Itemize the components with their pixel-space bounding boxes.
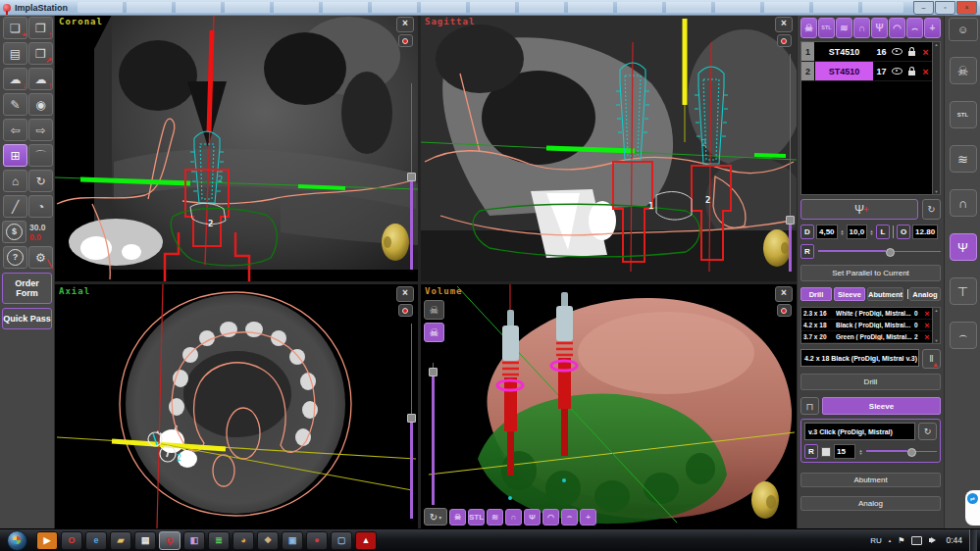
sagittal-capture-button[interactable] — [777, 34, 792, 47]
lock-toggle[interactable] — [904, 62, 919, 80]
delete-implant-button[interactable]: × — [919, 42, 932, 61]
sleeve-offset-value[interactable]: 15 — [834, 444, 855, 459]
sleeve-model-field[interactable]: v.3 Click (ProDigi, Mistral) — [804, 423, 915, 440]
axial-expand-button[interactable]: × — [396, 286, 414, 302]
drill-list-item[interactable]: 3.7 x 20 Green ( ProDigi, Mistral... 2 × — [801, 331, 932, 343]
volume-toolbar-button[interactable]: ∩ — [505, 509, 522, 526]
axial-capture-button[interactable] — [398, 304, 413, 317]
object-toolbar-button[interactable]: Ψ — [871, 18, 888, 38]
sleeve-lock-button[interactable]: ⊓ — [800, 397, 819, 415]
coronal-expand-button[interactable]: × — [396, 17, 414, 32]
set-parallel-button[interactable]: Set Parallel to Current — [800, 265, 941, 281]
volume-opacity-slider[interactable] — [429, 363, 438, 505]
settings-button[interactable]: ⚙╲ — [28, 246, 53, 269]
toolbar-button[interactable]: ↻ — [28, 170, 53, 192]
window-control-button[interactable]: – — [913, 1, 934, 15]
offset-label[interactable]: O — [897, 225, 910, 239]
sleeve-button[interactable]: Sleeve — [822, 397, 941, 415]
volume-icon[interactable] — [929, 537, 939, 543]
implant-row[interactable]: 1 ST4510 16 × — [801, 42, 932, 62]
drill-tool-button[interactable]: Ⅱ▲ — [922, 349, 941, 369]
volume-toolbar-button[interactable]: + — [580, 509, 596, 526]
taskbar-app-button[interactable]: ❖ — [257, 531, 279, 550]
diameter-label[interactable]: D — [800, 225, 814, 239]
teamviewer-panel[interactable]: ⇄ — [965, 490, 980, 526]
coronal-view[interactable]: 2 2 Coronal × — [55, 15, 418, 281]
taskbar-app-button[interactable]: ▲ — [355, 531, 377, 550]
drill-list-scrollbar[interactable]: ▲▼ — [932, 308, 940, 343]
taskbar-app-button[interactable]: ▶ — [36, 531, 58, 550]
mode-strip-button[interactable]: ☠ — [950, 57, 977, 84]
diameter-spinner[interactable]: ▲▼ — [840, 228, 844, 234]
start-button[interactable] — [7, 530, 27, 551]
add-implant-button[interactable]: Ψ+ — [800, 199, 918, 220]
remove-drill-button[interactable]: × — [922, 309, 932, 319]
remove-drill-button[interactable]: × — [922, 332, 932, 342]
coronal-slice-slider[interactable] — [407, 83, 416, 270]
taskbar-app-button[interactable]: ▤ — [134, 531, 156, 550]
toolbar-button[interactable]: ◉ — [28, 93, 53, 116]
volume-toolbar-button[interactable]: Ψ — [524, 509, 541, 526]
rotation-label[interactable]: R — [800, 244, 814, 259]
object-toolbar-button[interactable]: ☠ — [800, 18, 817, 38]
toolbar-button[interactable]: ╱ — [3, 195, 27, 218]
taskbar-app-button[interactable]: ▣ — [282, 531, 303, 550]
volume-view[interactable]: Volume × ☠ ☠ ↻▾ ☠STL≋∩Ψ◠⌢+ — [421, 284, 797, 528]
component-tab[interactable]: Sleeve — [834, 287, 865, 301]
taskbar-app-button[interactable]: ◕ — [232, 531, 254, 550]
abutment-button[interactable]: Abutment — [800, 473, 941, 487]
volume-expand-button[interactable]: × — [775, 286, 793, 302]
quick-pass-button[interactable]: Quick Pass — [2, 308, 52, 329]
volume-toolbar-button[interactable]: ⌢ — [561, 509, 578, 526]
toolbar-button[interactable]: ❐↑ — [28, 17, 53, 39]
volume-skull-render-button[interactable]: ☠ — [424, 323, 444, 342]
component-tab[interactable]: Analog — [909, 287, 941, 301]
implant-row[interactable]: 2 ST4510 17 × — [801, 62, 932, 81]
mode-strip-button[interactable]: ⌢ — [950, 322, 977, 349]
toolbar-button[interactable]: ⌂ — [3, 170, 27, 192]
volume-toolbar-button[interactable]: ☠ — [449, 509, 466, 526]
length-spinner[interactable]: ▲▼ — [870, 228, 874, 234]
help-button[interactable]: ? — [3, 246, 27, 269]
sleeve-checkbox[interactable] — [821, 447, 831, 457]
object-toolbar-button[interactable]: ◠ — [889, 18, 905, 38]
taskbar-app-button[interactable]: ▰ — [110, 531, 131, 550]
offset-value[interactable]: 12.80 — [912, 225, 938, 239]
toolbar-button[interactable]: ❏+ — [3, 17, 27, 39]
coronal-capture-button[interactable] — [398, 34, 413, 47]
visibility-toggle[interactable] — [890, 42, 904, 61]
delete-implant-button[interactable]: × — [919, 62, 932, 80]
window-control-button[interactable]: ▫ — [935, 1, 955, 15]
sleeve-offset-spinner[interactable]: ▲▼ — [858, 448, 862, 454]
price-button[interactable]: $ — [2, 221, 26, 243]
clock[interactable]: 0:44 — [946, 535, 962, 545]
length-value[interactable]: 10,0 — [847, 225, 868, 239]
object-toolbar-button[interactable]: + — [924, 18, 941, 38]
window-control-button[interactable]: × — [956, 1, 977, 15]
length-label[interactable]: L — [876, 225, 890, 239]
sleeve-refresh-button[interactable]: ↻ — [918, 423, 937, 440]
mode-strip-button[interactable]: ∩ — [950, 189, 977, 217]
axial-view[interactable]: 2 Axial × — [55, 284, 418, 528]
taskbar-app-button[interactable]: ≣ — [208, 531, 230, 550]
taskbar-app-button[interactable]: ▢ — [331, 531, 352, 550]
lock-toggle[interactable] — [904, 42, 919, 61]
taskbar-app-button[interactable]: Ϙ — [159, 531, 181, 550]
volume-capture-button[interactable] — [777, 304, 792, 317]
mode-strip-button[interactable]: ≋ — [950, 145, 977, 173]
selected-drill-field[interactable]: 4.2 x 18 Black (ProDigi, Mistral v.3) — [800, 349, 919, 367]
toolbar-button[interactable]: ✎ — [3, 93, 27, 116]
volume-toolbar-button[interactable]: ◠ — [542, 509, 559, 526]
implant-name[interactable]: ST4510 — [815, 42, 873, 61]
component-tab[interactable]: Drill — [800, 287, 832, 301]
visibility-toggle[interactable] — [890, 62, 904, 80]
network-icon[interactable] — [911, 536, 922, 545]
refresh-implant-button[interactable]: ↻ — [922, 199, 941, 220]
sleeve-rotation-label[interactable]: R — [804, 444, 818, 459]
object-toolbar-button[interactable]: STL — [818, 18, 835, 38]
mode-strip-button[interactable]: ⊤ — [950, 277, 977, 305]
toolbar-button[interactable]: ⇨ — [28, 119, 53, 141]
sagittal-slice-slider[interactable] — [786, 54, 795, 272]
language-indicator[interactable]: RU — [870, 536, 882, 545]
drill-list-item[interactable]: 2.3 x 16 White ( ProDigi, Mistral... 0 × — [801, 308, 932, 320]
